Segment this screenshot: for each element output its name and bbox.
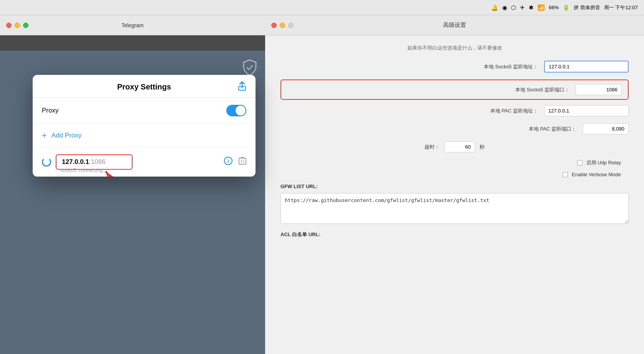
pac-addr-label: 本地 PAC 监听地址： — [490, 108, 538, 114]
pac-addr-row: 本地 PAC 监听地址： — [281, 105, 629, 116]
proxy-item-actions: i — [224, 157, 246, 167]
verbose-mode-checkbox[interactable] — [563, 172, 568, 177]
bluetooth-icon: ✱ — [529, 4, 534, 11]
proxy-popup-title: Proxy Settings — [117, 83, 171, 91]
timeout-input[interactable] — [444, 141, 475, 152]
telegram-window: Telegram Proxy Settings Proxy — [0, 15, 265, 354]
telegram-window-buttons — [6, 23, 28, 28]
proxy-address-port: :1086 — [89, 158, 106, 165]
advanced-maximize-btn[interactable] — [288, 23, 294, 28]
wifi-icon: 📶 — [538, 4, 545, 11]
gfw-url-textarea[interactable]: https://raw.githubusercontent.com/gfwlis… — [281, 193, 629, 224]
acl-label: ACL 白名单 URL: — [281, 231, 629, 238]
advanced-title: 高级设置 — [443, 22, 466, 29]
advanced-body: 如果你不明白这些选项是什么，请不要修改 本地 Socks5 监听地址： 本地 S… — [265, 35, 644, 247]
telegram-minimize-btn[interactable] — [15, 23, 20, 28]
verbose-mode-row: Enable Verbose Mode — [281, 172, 629, 177]
advanced-subtitle: 如果你不明白这些选项是什么，请不要修改 — [281, 45, 629, 51]
udp-relay-row: 启用 Udp Relay — [281, 159, 629, 166]
add-proxy-row[interactable]: + Add Proxy — [33, 124, 256, 148]
telegram-titlebar: Telegram — [0, 15, 265, 35]
advanced-window-buttons — [271, 23, 294, 28]
menubar: 🔔 ◉ ⬡ ✈ ✱ 📶 66% 🔋 拼 简体拼音 周一 下午12:07 — [0, 0, 644, 15]
socks5-port-row-highlighted: 本地 Socks5 监听端口： — [281, 79, 629, 100]
advanced-window: 高级设置 如果你不明白这些选项是什么，请不要修改 本地 Socks5 监听地址：… — [265, 15, 644, 354]
gfw-url-section: GFW LIST URL: https://raw.githubusercont… — [281, 184, 629, 225]
proxy-toggle[interactable] — [226, 105, 246, 116]
svg-rect-3 — [239, 158, 246, 164]
verbose-mode-label: Enable Verbose Mode — [572, 172, 621, 177]
gfw-url-label: GFW LIST URL: — [281, 184, 629, 189]
add-proxy-text: Add Proxy — [51, 132, 81, 139]
proxy-address-bold: 127.0.0.1 — [62, 158, 89, 165]
battery-text: 66% — [549, 5, 559, 10]
udp-relay-checkbox[interactable] — [577, 160, 583, 165]
pac-port-label: 本地 PAC 监听端口： — [529, 126, 576, 132]
proxy-item-status: socks5: connecting — [60, 167, 103, 173]
advanced-titlebar: 高级设置 — [265, 15, 644, 35]
socks5-addr-input[interactable] — [544, 61, 629, 73]
add-proxy-plus-icon: + — [42, 131, 47, 141]
pac-port-row: 本地 PAC 监听端口： — [281, 123, 629, 134]
telegram-close-btn[interactable] — [6, 23, 12, 28]
proxy-popup-header: Proxy Settings — [33, 75, 256, 98]
location-icon: ◉ — [502, 4, 507, 11]
advanced-close-btn[interactable] — [271, 23, 277, 28]
socks5-port-input[interactable] — [576, 84, 622, 95]
timeout-row: 超时： 秒 — [281, 141, 629, 152]
toggle-knob — [236, 106, 246, 116]
proxy-settings-popup: Proxy Settings Proxy + Add Proxy — [33, 75, 256, 177]
pac-port-input[interactable] — [583, 123, 629, 134]
proxy-item-row: 127.0.0.1:1086 i — [33, 148, 256, 177]
clock: 周一 下午12:07 — [604, 4, 638, 11]
input-method: 拼 简体拼音 — [574, 4, 600, 11]
send-icon: ✈ — [520, 4, 525, 11]
pac-addr-input[interactable] — [544, 105, 629, 116]
socks5-addr-label: 本地 Socks5 监听地址： — [484, 63, 538, 70]
cursor-icon: ⬡ — [511, 4, 516, 11]
proxy-info-button[interactable]: i — [224, 157, 232, 167]
timeout-label: 超时： — [425, 144, 440, 151]
telegram-title: Telegram — [121, 22, 144, 28]
proxy-label: Proxy — [42, 107, 58, 114]
proxy-delete-button[interactable] — [239, 157, 246, 167]
battery-icon: 🔋 — [563, 4, 570, 11]
proxy-popup-body: Proxy + Add Proxy 127.0.0.1:1086 — [33, 98, 256, 177]
advanced-minimize-btn[interactable] — [280, 23, 285, 28]
proxy-spinner-icon — [42, 157, 51, 167]
bell-icon: 🔔 — [491, 4, 498, 11]
proxy-toggle-row: Proxy — [33, 98, 256, 124]
svg-text:i: i — [227, 158, 229, 164]
socks5-addr-row: 本地 Socks5 监听地址： — [281, 61, 629, 73]
udp-relay-label: 启用 Udp Relay — [586, 159, 621, 166]
socks5-port-label: 本地 Socks5 监听端口： — [515, 86, 569, 93]
menubar-right: 🔔 ◉ ⬡ ✈ ✱ 📶 66% 🔋 拼 简体拼音 周一 下午12:07 — [491, 4, 638, 11]
telegram-maximize-btn[interactable] — [23, 23, 28, 28]
proxy-share-button[interactable] — [238, 81, 246, 93]
timeout-suffix: 秒 — [480, 144, 485, 151]
